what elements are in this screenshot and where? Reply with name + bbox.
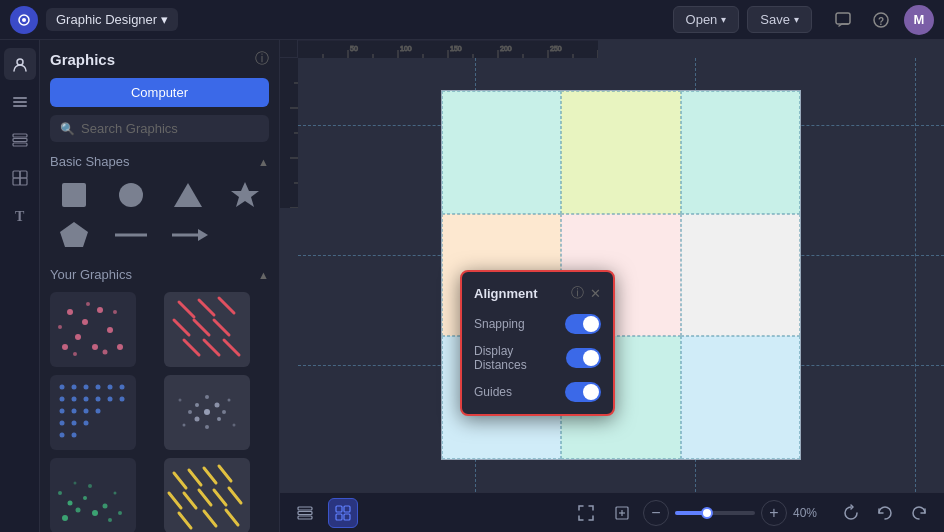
svg-point-30 <box>62 344 68 350</box>
undo-button[interactable] <box>870 498 900 528</box>
help-icon-button[interactable]: ? <box>866 5 896 35</box>
graphic-thumb-2[interactable] <box>164 292 250 367</box>
shape-arrow[interactable] <box>164 219 213 251</box>
your-graphics-label: Your Graphics <box>50 267 132 282</box>
basic-shapes-label: Basic Shapes <box>50 154 130 169</box>
search-graphics-box[interactable]: 🔍 Search Graphics <box>50 115 269 142</box>
svg-rect-10 <box>13 139 27 142</box>
svg-point-84 <box>83 496 87 500</box>
svg-marker-19 <box>174 183 202 207</box>
snapping-toggle[interactable] <box>565 314 601 334</box>
canvas-area: 50 100 150 200 250 300 350 400 450 500 5… <box>280 40 944 532</box>
sidebar-people-button[interactable] <box>4 48 36 80</box>
svg-line-97 <box>169 493 181 508</box>
display-distances-toggle[interactable] <box>566 348 601 368</box>
sidebar-text-button[interactable]: T <box>4 200 36 232</box>
basic-shapes-header[interactable]: Basic Shapes ▲ <box>50 154 269 169</box>
open-chevron: ▾ <box>721 14 726 25</box>
svg-point-1 <box>22 18 26 22</box>
shape-square[interactable] <box>50 179 99 211</box>
canvas-content <box>298 58 944 492</box>
svg-point-37 <box>73 352 77 356</box>
svg-point-61 <box>84 409 89 414</box>
graphics-panel: Graphics ⓘ Computer 🔍 Search Graphics Ba… <box>40 40 280 532</box>
popup-close-icon[interactable]: ✕ <box>590 286 601 301</box>
sidebar-menu-button[interactable] <box>4 86 36 118</box>
svg-point-52 <box>120 385 125 390</box>
graphic-thumb-1[interactable] <box>50 292 136 367</box>
svg-text:T: T <box>15 209 25 224</box>
svg-text:150: 150 <box>450 45 462 52</box>
layers-bottom-button[interactable] <box>290 498 320 528</box>
svg-point-50 <box>96 385 101 390</box>
your-graphics-grid <box>50 292 269 532</box>
shape-triangle[interactable] <box>164 179 213 211</box>
save-button[interactable]: Save ▾ <box>747 6 812 33</box>
graphic-thumb-5[interactable] <box>50 458 136 532</box>
graphic-thumb-6[interactable] <box>164 458 250 532</box>
guides-toggle[interactable] <box>565 382 601 402</box>
svg-point-80 <box>178 399 181 402</box>
svg-point-83 <box>68 501 73 506</box>
zoom-slider-thumb[interactable] <box>701 507 713 519</box>
svg-point-88 <box>58 491 62 495</box>
svg-point-77 <box>227 399 230 402</box>
zoom-controls: − + 40% <box>571 498 828 528</box>
sidebar-layers-button[interactable] <box>4 124 36 156</box>
svg-point-27 <box>97 307 103 313</box>
chat-icon-button[interactable] <box>828 5 858 35</box>
svg-text:?: ? <box>878 15 884 26</box>
shape-line[interactable] <box>107 219 156 251</box>
graphic-thumb-4[interactable] <box>164 375 250 450</box>
svg-point-51 <box>108 385 113 390</box>
shape-star[interactable] <box>220 179 269 211</box>
svg-point-28 <box>75 334 81 340</box>
svg-line-44 <box>184 340 199 355</box>
basic-shapes-chevron: ▲ <box>258 156 269 168</box>
shape-circle[interactable] <box>107 179 156 211</box>
app-name-chevron: ▾ <box>161 12 168 27</box>
popup-icons: ⓘ ✕ <box>571 284 601 302</box>
redo-button[interactable] <box>904 498 934 528</box>
shape-pentagon[interactable] <box>50 219 99 251</box>
display-distances-label: Display Distances <box>474 344 566 372</box>
snapping-row: Snapping <box>474 314 601 334</box>
your-graphics-header[interactable]: Your Graphics ▲ <box>50 267 269 282</box>
svg-point-70 <box>194 417 199 422</box>
svg-point-36 <box>103 350 108 355</box>
svg-point-34 <box>113 310 117 314</box>
cell-2-2 <box>681 336 800 459</box>
svg-line-98 <box>184 493 196 508</box>
svg-point-33 <box>86 302 90 306</box>
svg-point-74 <box>188 410 192 414</box>
popup-info-icon[interactable]: ⓘ <box>571 284 584 302</box>
svg-point-86 <box>103 504 108 509</box>
svg-line-39 <box>199 300 214 315</box>
open-button[interactable]: Open ▾ <box>673 6 740 33</box>
snapping-label: Snapping <box>474 317 525 331</box>
panel-title: Graphics <box>50 51 115 68</box>
svg-point-67 <box>72 433 77 438</box>
app-name-button[interactable]: Graphic Designer ▾ <box>46 8 178 31</box>
svg-point-69 <box>214 403 219 408</box>
fit2-button[interactable] <box>607 498 637 528</box>
user-avatar[interactable]: M <box>904 5 934 35</box>
bottom-bar: − + 40% <box>280 492 944 532</box>
basic-shapes-grid <box>50 179 269 251</box>
grid-bottom-button[interactable] <box>328 498 358 528</box>
sidebar-shapes-button[interactable] <box>4 162 36 194</box>
fit-button[interactable] <box>571 498 601 528</box>
zoom-slider[interactable] <box>675 511 755 515</box>
app-logo[interactable] <box>10 6 38 34</box>
graphic-thumb-3[interactable] <box>50 375 136 450</box>
svg-point-57 <box>108 397 113 402</box>
zoom-out-button[interactable]: − <box>643 500 669 526</box>
computer-tab[interactable]: Computer <box>50 78 269 107</box>
svg-line-46 <box>224 340 239 355</box>
refresh-button[interactable] <box>836 498 866 528</box>
panel-info-icon[interactable]: ⓘ <box>255 50 269 68</box>
svg-marker-24 <box>198 229 208 241</box>
svg-point-72 <box>195 403 199 407</box>
display-distances-row: Display Distances <box>474 344 601 372</box>
zoom-in-button[interactable]: + <box>761 500 787 526</box>
